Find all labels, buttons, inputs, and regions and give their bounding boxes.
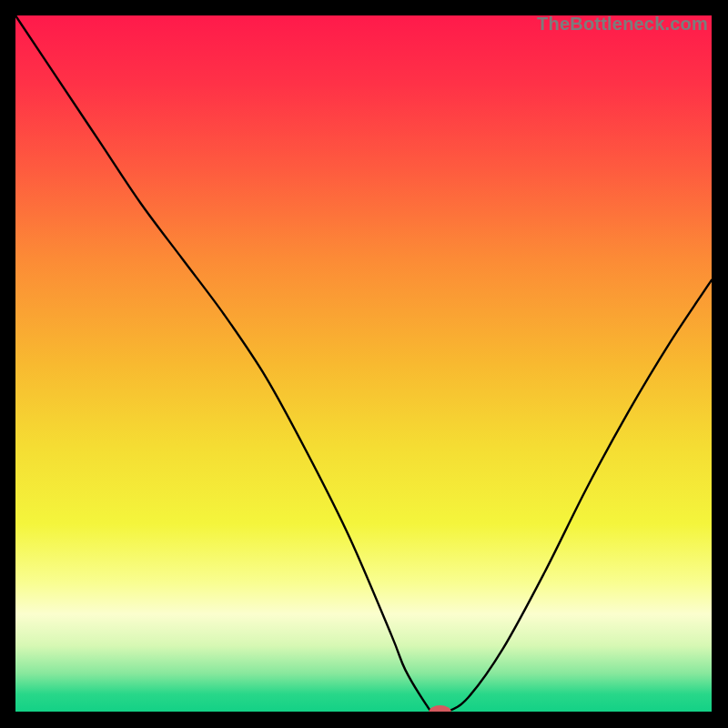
chart-frame: TheBottleneck.com bbox=[15, 15, 712, 712]
watermark-label: TheBottleneck.com bbox=[537, 14, 708, 35]
chart-background bbox=[15, 15, 712, 712]
bottleneck-chart bbox=[15, 15, 712, 712]
